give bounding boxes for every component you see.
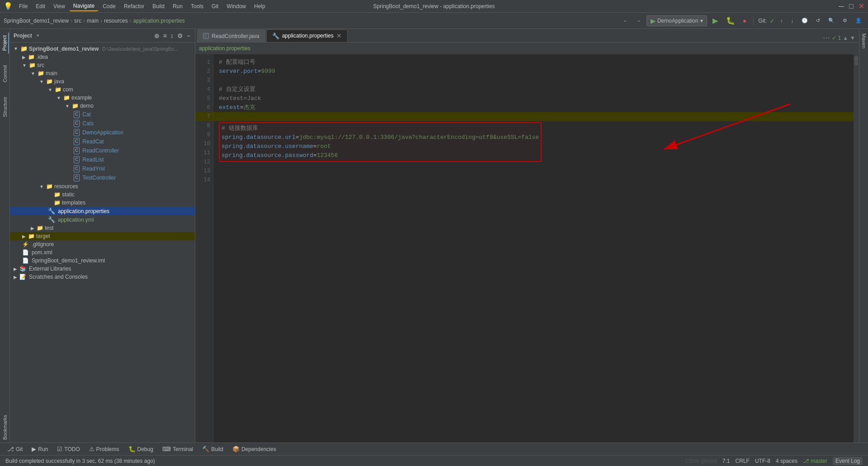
- editor-scroll-down-icon[interactable]: ▼: [850, 35, 855, 41]
- tree-item-readlist[interactable]: C ReadList: [10, 155, 195, 164]
- project-dropdown-icon[interactable]: ▾: [37, 33, 39, 38]
- menu-git[interactable]: Git: [208, 2, 222, 11]
- tree-item-root[interactable]: ▼ 📁 SpringBoot_demo1_review D:\Java\code…: [10, 44, 195, 53]
- breadcrumb-file[interactable]: application.properties: [133, 18, 185, 24]
- tree-item-main[interactable]: ▼ 📁 main: [10, 69, 195, 77]
- settings-button[interactable]: ⚙: [840, 16, 850, 25]
- menu-tools[interactable]: Tools: [187, 2, 207, 11]
- tree-item-application-yml[interactable]: 🔧 application.yml: [10, 215, 195, 224]
- tree-item-idea[interactable]: ▶ 📁 .idea: [10, 53, 195, 61]
- tree-item-testcontroller[interactable]: C TestController: [10, 173, 195, 182]
- tree-item-gitignore[interactable]: ⚡ .gitignore: [10, 240, 195, 248]
- back-button[interactable]: ←: [620, 16, 631, 25]
- bottom-tab-todo[interactable]: ☑ TODO: [53, 444, 83, 454]
- editor-scroll-up-icon[interactable]: ▲: [843, 35, 848, 41]
- status-branch[interactable]: ⎇ master: [803, 458, 827, 464]
- menu-view[interactable]: View: [50, 2, 69, 11]
- tree-item-static[interactable]: ▶ 📁 static: [10, 190, 195, 199]
- breadcrumb-main[interactable]: main: [87, 18, 99, 24]
- debug-button[interactable]: 🐛: [723, 14, 738, 27]
- bottom-tab-git[interactable]: ⎇ Git: [4, 444, 26, 454]
- tab-application-properties[interactable]: 🔧 application.properties ✕: [266, 29, 348, 42]
- breadcrumb-root[interactable]: SpringBoot_demo1_review: [4, 18, 69, 24]
- tree-item-example[interactable]: ▼ 📁 example: [10, 94, 195, 102]
- sidebar-tab-project[interactable]: Project: [1, 33, 9, 53]
- sidebar-tab-structure[interactable]: Structure: [1, 94, 9, 120]
- run-button[interactable]: ▶: [710, 14, 721, 27]
- bottom-tab-debug[interactable]: 🐛 Debug: [125, 444, 157, 454]
- status-event-log[interactable]: Event Log: [833, 457, 863, 465]
- bottom-tab-build[interactable]: 🔨 Build: [198, 444, 227, 454]
- code-line-5: #extest=Jack: [219, 94, 848, 103]
- editor-content[interactable]: 1 2 3 4 5 6 7 8 9 10 11 12 13 14 # 配置端口号: [195, 54, 859, 442]
- breadcrumb-resources[interactable]: resources: [104, 18, 128, 24]
- maximize-button[interactable]: □: [848, 3, 854, 10]
- status-indent[interactable]: 4 spaces: [776, 458, 797, 464]
- tree-item-external-libs[interactable]: ▶ 📚 External Libraries: [10, 265, 195, 273]
- tree-item-iml[interactable]: 📄 SpringBoot_demo1_review.iml: [10, 257, 195, 265]
- project-locate-button[interactable]: ⊕: [153, 31, 160, 40]
- tree-item-demoapplication[interactable]: C DemoApplication: [10, 128, 195, 137]
- bottom-tab-run[interactable]: ▶ Run: [28, 444, 52, 454]
- menu-edit[interactable]: Edit: [32, 2, 49, 11]
- sidebar-tab-bookmarks[interactable]: Bookmarks: [1, 412, 9, 442]
- project-settings-button[interactable]: ⚙: [176, 31, 184, 40]
- git-history-button[interactable]: 🕐: [799, 16, 811, 25]
- sidebar-tab-commit[interactable]: Commit: [1, 62, 9, 85]
- project-collapse-button[interactable]: ≡: [162, 31, 168, 40]
- run-config-dropdown[interactable]: ▶ DemoApplication ▾: [646, 15, 707, 26]
- menu-file[interactable]: File: [15, 2, 31, 11]
- project-minimize-button[interactable]: −: [186, 31, 191, 40]
- tree-item-cat[interactable]: C Cat: [10, 110, 195, 119]
- editor-vscroll[interactable]: [854, 54, 859, 442]
- tab-list-button[interactable]: ⋯: [823, 33, 830, 42]
- git-pull-button[interactable]: ↓: [788, 16, 797, 25]
- tree-item-cats[interactable]: C Cats: [10, 119, 195, 128]
- git-revert-button[interactable]: ↺: [813, 16, 823, 25]
- forward-button[interactable]: →: [633, 16, 644, 25]
- tree-item-readyml[interactable]: C ReadYml: [10, 164, 195, 173]
- tree-item-demo[interactable]: ▼ 📁 demo: [10, 102, 195, 110]
- tree-item-templates[interactable]: ▶ 📁 templates: [10, 199, 195, 207]
- bottom-tab-terminal[interactable]: ⌨ Terminal: [159, 444, 197, 454]
- project-sort-button[interactable]: ↕: [170, 31, 175, 40]
- code-line-10: spring.datasource.username=root: [222, 142, 539, 151]
- tab-close-icon[interactable]: ✕: [336, 32, 342, 39]
- tree-item-com[interactable]: ▼ 📁 com: [10, 86, 195, 94]
- minimize-button[interactable]: ─: [838, 3, 844, 10]
- tree-item-application-properties[interactable]: 🔧 application.properties: [10, 207, 195, 215]
- status-position[interactable]: 7:1: [722, 458, 730, 464]
- status-line-ending[interactable]: CRLF: [736, 458, 750, 464]
- code-editor[interactable]: # 配置端口号 server.port=9999 # 自定义设置 #extest…: [213, 54, 854, 442]
- close-button[interactable]: ✕: [858, 3, 864, 10]
- menu-refactor[interactable]: Refactor: [120, 2, 148, 11]
- menu-window[interactable]: Window: [223, 2, 250, 11]
- search-everywhere-button[interactable]: 🔍: [826, 16, 837, 25]
- editor-area: C ReadController.java 🔧 application.prop…: [195, 29, 859, 442]
- maven-tab[interactable]: Maven: [860, 31, 868, 51]
- bottom-tab-dependencies[interactable]: 📦 Dependencies: [229, 444, 280, 454]
- tree-item-resources[interactable]: ▼ 📁 resources: [10, 182, 195, 190]
- tree-item-src[interactable]: ▼ 📁 src: [10, 61, 195, 69]
- tree-item-target[interactable]: ▶ 📁 target: [10, 232, 195, 240]
- stop-button[interactable]: ■: [741, 16, 749, 25]
- git-avatar-button[interactable]: 👤: [853, 16, 864, 25]
- tree-item-pom[interactable]: 📄 pom.xml: [10, 248, 195, 257]
- tab-readcontroller[interactable]: C ReadController.java: [197, 29, 265, 42]
- tree-item-readcat[interactable]: C ReadCat: [10, 137, 195, 146]
- tree-item-java[interactable]: ▼ 📁 java: [10, 77, 195, 86]
- scrollbar-thumb[interactable]: [854, 56, 858, 65]
- menu-help[interactable]: Help: [250, 2, 269, 11]
- menu-run[interactable]: Run: [169, 2, 186, 11]
- menu-build[interactable]: Build: [149, 2, 168, 11]
- tree-item-test[interactable]: ▶ 📁 test: [10, 224, 195, 232]
- bottom-tab-problems[interactable]: ⚠ Problems: [85, 444, 123, 454]
- git-push-button[interactable]: ↑: [778, 16, 786, 25]
- status-encoding[interactable]: UTF-8: [755, 458, 770, 464]
- menu-navigate[interactable]: Navigate: [70, 1, 98, 11]
- tree-item-readcontroller[interactable]: C ReadController: [10, 146, 195, 155]
- editor-breadcrumb-file: application.properties: [199, 45, 250, 52]
- menu-code[interactable]: Code: [99, 2, 119, 11]
- breadcrumb-src[interactable]: src: [74, 18, 81, 24]
- tree-item-scratches[interactable]: ▶ 📝 Scratches and Consoles: [10, 273, 195, 281]
